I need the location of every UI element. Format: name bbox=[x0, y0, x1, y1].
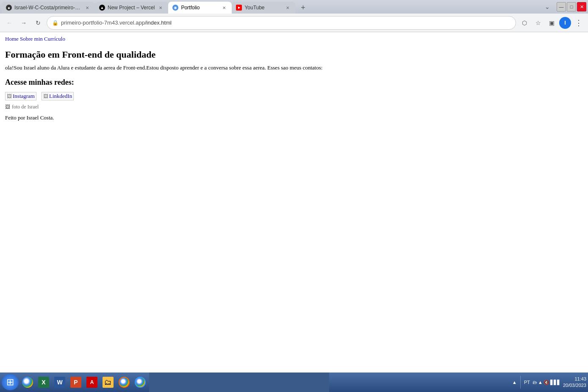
folder-tray-icon: 🗁 bbox=[533, 380, 537, 385]
tray-divider bbox=[520, 376, 521, 389]
files-icon: 🗂 bbox=[103, 377, 114, 388]
taskbar-chrome-icon[interactable] bbox=[20, 375, 35, 389]
linkedin-broken-img: 🖼 LinkdedIn bbox=[42, 92, 74, 100]
broken-img-icon-foto: 🖼 bbox=[5, 104, 10, 110]
bookmark-button[interactable]: ☆ bbox=[532, 17, 544, 29]
portfolio-favicon: ◉ bbox=[172, 5, 178, 11]
back-button[interactable]: ← bbox=[3, 17, 15, 29]
acrobat-icon: A bbox=[86, 377, 97, 388]
tab-portfolio-close[interactable]: ✕ bbox=[221, 4, 227, 11]
taskbar-powerpoint-icon[interactable]: P bbox=[69, 375, 83, 389]
clock-area[interactable]: 11:43 20/03/2023 bbox=[563, 376, 586, 389]
broken-img-icon-instagram: 🖼 bbox=[7, 93, 12, 100]
tab-vercel-close[interactable]: ✕ bbox=[157, 4, 164, 11]
date-display: 20/03/2023 bbox=[563, 382, 586, 389]
social-links: 🖼 Instagram 🖼 LinkdedIn bbox=[5, 92, 583, 100]
start-button[interactable]: ⊞ bbox=[2, 374, 19, 390]
profile-avatar[interactable]: I bbox=[559, 17, 571, 29]
instagram-link[interactable]: Instagram bbox=[13, 93, 35, 100]
taskbar: ⊞ X W P A 🗂 bbox=[0, 373, 588, 392]
taskbar-background-preview bbox=[149, 373, 329, 392]
instagram-broken-img: 🖼 Instagram bbox=[5, 92, 36, 100]
system-tray: ▲ PT 🗁 ▲ 🔇 ▋▋▋ 11:43 20/03/2023 bbox=[512, 376, 586, 389]
tab-youtube-title: YouTube bbox=[244, 5, 282, 11]
split-view-button[interactable]: ▣ bbox=[546, 17, 557, 29]
address-bar: ← → ↻ 🔒 primeiro-portfolio-7m43.vercel.a… bbox=[0, 14, 588, 32]
nav-links: Home Sobre min Currículo bbox=[5, 36, 583, 42]
taskbar-excel-icon[interactable]: X bbox=[36, 375, 51, 389]
nav-curriculo[interactable]: Currículo bbox=[44, 36, 65, 42]
tab-github[interactable]: ● Israel-W-C-Costa/primeiro-portf... ✕ bbox=[2, 2, 95, 14]
vercel-favicon: ▲ bbox=[99, 5, 105, 11]
sound-x-icon: 🔇 bbox=[544, 380, 549, 385]
url-actions: ⬡ ☆ ▣ I ⋮ bbox=[519, 17, 585, 29]
forward-button[interactable]: → bbox=[18, 17, 30, 29]
chrome2-icon bbox=[119, 377, 130, 388]
time-display: 11:43 bbox=[574, 376, 586, 382]
window-controls: — □ ✕ bbox=[557, 2, 586, 11]
chrome-icon bbox=[22, 377, 33, 388]
tab-youtube[interactable]: ▶ YouTube ✕ bbox=[232, 2, 295, 14]
tab-vercel-title: New Project – Vercel bbox=[108, 5, 155, 11]
browser-window: ● Israel-W-C-Costa/primeiro-portf... ✕ ▲… bbox=[0, 0, 588, 392]
share-button[interactable]: ⬡ bbox=[519, 17, 530, 29]
menu-button[interactable]: ⋮ bbox=[573, 17, 585, 29]
youtube-favicon: ▶ bbox=[236, 5, 242, 11]
webpage-content: Home Sobre min Currículo Formação em Fro… bbox=[0, 32, 588, 373]
tabs-container: ● Israel-W-C-Costa/primeiro-portf... ✕ ▲… bbox=[2, 0, 541, 14]
taskbar-acrobat-icon[interactable]: A bbox=[85, 375, 99, 389]
broken-img-icon-linkedin: 🖼 bbox=[43, 93, 48, 100]
close-button[interactable]: ✕ bbox=[577, 2, 586, 11]
tab-github-title: Israel-W-C-Costa/primeiro-portf... bbox=[14, 5, 81, 11]
language-indicator[interactable]: PT bbox=[524, 380, 530, 385]
page-description: ola!Sou Israel aluno da Alura e estudant… bbox=[5, 64, 583, 71]
url-path: /index.html bbox=[145, 19, 172, 26]
tab-vercel[interactable]: ▲ New Project – Vercel ✕ bbox=[95, 2, 168, 14]
foto-alt-text: foto de Israel bbox=[12, 104, 39, 110]
signal-icon: ▋▋▋ bbox=[550, 380, 560, 385]
nav-home[interactable]: Home bbox=[5, 36, 19, 42]
github-favicon: ● bbox=[6, 5, 12, 11]
maximize-button[interactable]: □ bbox=[567, 2, 576, 11]
url-text: primeiro-portfolio-7m43.vercel.app/index… bbox=[61, 19, 510, 26]
new-tab-button[interactable]: + bbox=[297, 2, 309, 14]
tab-github-close[interactable]: ✕ bbox=[84, 4, 91, 11]
word-icon: W bbox=[54, 377, 65, 388]
taskbar-files-icon[interactable]: 🗂 bbox=[101, 375, 115, 389]
foto-broken-img: 🖼 foto de Israel bbox=[5, 104, 583, 110]
nav-sobre[interactable]: Sobre min bbox=[20, 36, 43, 42]
page-heading: Formação em Front-end de qualidade bbox=[5, 49, 583, 60]
taskbar-word-icon[interactable]: W bbox=[53, 375, 67, 389]
taskbar-chrome2-icon[interactable] bbox=[117, 375, 131, 389]
tab-portfolio[interactable]: ◉ Portfolio ✕ bbox=[168, 2, 232, 14]
up-arrow-icon: ▲ bbox=[538, 380, 543, 385]
minimize-button[interactable]: — bbox=[557, 2, 566, 11]
taskbar-chrome3-icon[interactable] bbox=[133, 375, 147, 389]
url-domain: primeiro-portfolio-7m43.vercel.app bbox=[61, 19, 145, 26]
footer-text: Feito por Israel Costa. bbox=[5, 114, 583, 121]
chrome3-icon bbox=[135, 377, 146, 388]
tab-dropdown-button[interactable]: ⌄ bbox=[541, 1, 553, 13]
lock-icon: 🔒 bbox=[52, 20, 58, 26]
language-text: PT bbox=[524, 380, 530, 385]
tab-portfolio-title: Portfolio bbox=[181, 5, 218, 11]
title-bar: ● Israel-W-C-Costa/primeiro-portf... ✕ ▲… bbox=[0, 0, 588, 14]
tab-youtube-close[interactable]: ✕ bbox=[284, 4, 291, 11]
section-heading: Acesse minhas redes: bbox=[5, 78, 583, 87]
excel-icon: X bbox=[38, 377, 49, 388]
linkedin-link[interactable]: LinkdedIn bbox=[49, 93, 72, 100]
notification-expand-button[interactable]: ▲ bbox=[512, 380, 517, 385]
powerpoint-icon: P bbox=[70, 377, 81, 388]
url-bar[interactable]: 🔒 primeiro-portfolio-7m43.vercel.app/ind… bbox=[47, 16, 516, 30]
tray-icons: 🗁 ▲ 🔇 ▋▋▋ bbox=[533, 380, 560, 385]
windows-logo-icon: ⊞ bbox=[6, 377, 14, 388]
reload-button[interactable]: ↻ bbox=[32, 17, 44, 29]
